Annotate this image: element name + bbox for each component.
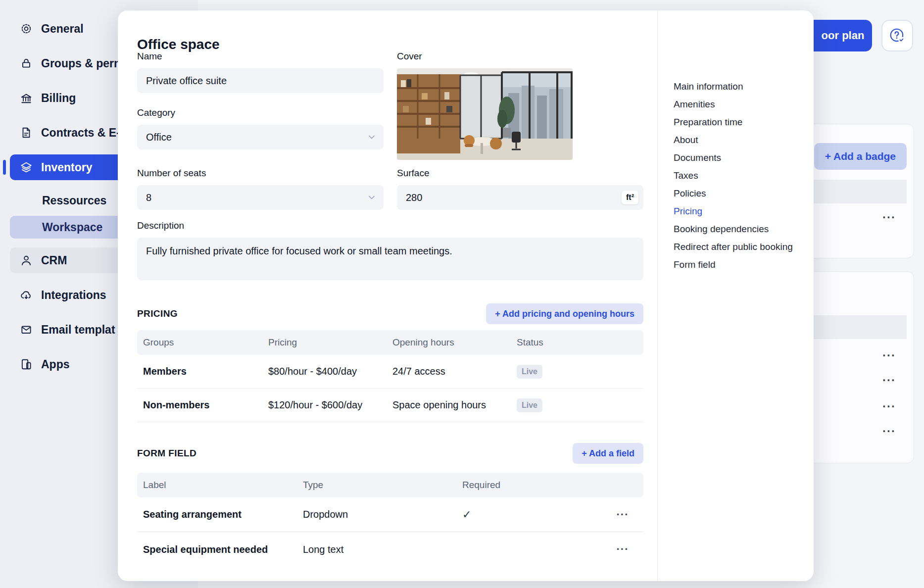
add-field-label: + Add a field xyxy=(582,448,634,458)
column-header-label: Label xyxy=(143,480,303,490)
add-badge-label: + Add a badge xyxy=(825,150,896,162)
sidebar-item-label: Workspace xyxy=(42,221,102,234)
bank-icon xyxy=(20,92,33,104)
surface-input[interactable] xyxy=(397,185,643,210)
nav-item-label: Redirect after public booking xyxy=(674,242,793,252)
layers-icon xyxy=(20,161,33,174)
more-options-icon[interactable]: ··· xyxy=(882,211,896,223)
nav-item-taxes[interactable]: Taxes xyxy=(658,167,814,185)
sidebar-item-label: Inventory xyxy=(41,161,93,174)
check-icon: ✓ xyxy=(462,508,608,521)
modal-section-nav: Main information Amenities Preparation t… xyxy=(657,10,814,581)
group-cell: Members xyxy=(143,366,268,377)
nav-item-amenities[interactable]: Amenities xyxy=(658,96,814,113)
cover-image[interactable] xyxy=(397,68,573,160)
floor-plan-button[interactable]: oor plan xyxy=(814,20,872,51)
sidebar-item-label: Contracts & E- xyxy=(41,126,120,140)
modal-title: Office space xyxy=(137,37,220,52)
form-field-row-seating[interactable]: Seating arrangement Dropdown ✓ ··· xyxy=(137,497,643,532)
description-textarea[interactable]: Fully furnished private office for focus… xyxy=(137,238,643,280)
field-type-cell: Long text xyxy=(303,544,462,555)
more-options-icon[interactable]: ··· xyxy=(882,374,896,386)
nav-item-label: Amenities xyxy=(674,99,715,110)
nav-item-label: Booking dependencies xyxy=(674,224,769,235)
pricing-section-header: PRICING + Add pricing and opening hours xyxy=(137,303,643,324)
contract-icon xyxy=(20,126,33,139)
name-field-group: Name xyxy=(137,51,384,93)
surface-unit-badge: ft² xyxy=(622,191,638,204)
seats-field-group: Number of seats 8 xyxy=(137,168,384,210)
add-badge-button[interactable]: + Add a badge xyxy=(814,143,907,170)
nav-item-label: Form field xyxy=(674,259,715,270)
nav-item-main-information[interactable]: Main information xyxy=(658,78,814,96)
status-badge: Live xyxy=(517,365,542,379)
surface-input-wrap: ft² xyxy=(397,185,643,210)
seats-value: 8 xyxy=(146,192,151,203)
field-label-cell: Seating arrangement xyxy=(143,509,303,520)
gear-icon xyxy=(20,22,33,35)
sidebar-item-label: Integrations xyxy=(41,289,106,302)
nav-item-form-field[interactable]: Form field xyxy=(658,256,814,274)
hours-cell: 24/7 access xyxy=(392,366,517,377)
more-options-icon[interactable]: ··· xyxy=(882,400,896,412)
sidebar-item-label: Email templat xyxy=(41,323,115,337)
category-select[interactable]: Office xyxy=(137,125,384,149)
category-field-group: Category Office xyxy=(137,107,384,149)
person-icon xyxy=(20,254,33,267)
name-input[interactable] xyxy=(137,68,384,93)
pricing-cell: $120/hour - $600/day xyxy=(268,399,392,411)
nav-item-label: Taxes xyxy=(674,170,698,181)
nav-item-booking-dependencies[interactable]: Booking dependencies xyxy=(658,220,814,238)
column-header-required: Required xyxy=(462,480,608,490)
nav-item-label: Main information xyxy=(674,81,743,92)
status-badge: Live xyxy=(517,398,542,412)
help-circle-icon xyxy=(889,27,906,44)
pricing-row-members[interactable]: Members $80/hour - $400/day 24/7 access … xyxy=(137,355,643,389)
column-header-groups: Groups xyxy=(143,337,268,348)
description-field-group: Description Fully furnished private offi… xyxy=(137,220,643,282)
name-label: Name xyxy=(137,51,384,62)
cloud-icon xyxy=(20,289,33,301)
more-options-icon[interactable]: ··· xyxy=(882,349,896,361)
form-field-row-equipment[interactable]: Special equipment needed Long text ··· xyxy=(137,532,643,567)
field-type-cell: Dropdown xyxy=(303,509,462,520)
column-header-type: Type xyxy=(303,480,462,490)
nav-item-redirect-after-public-booking[interactable]: Redirect after public booking xyxy=(658,238,814,256)
nav-item-label: About xyxy=(674,135,698,146)
sidebar-item-label: General xyxy=(41,22,84,36)
column-header-status: Status xyxy=(517,337,637,348)
form-field-section-header: FORM FIELD + Add a field xyxy=(137,443,643,464)
nav-item-pricing[interactable]: Pricing xyxy=(658,202,814,220)
description-label: Description xyxy=(137,220,643,231)
form-field-table-header: Label Type Required xyxy=(137,473,643,497)
add-pricing-button[interactable]: + Add pricing and opening hours xyxy=(486,303,643,324)
sidebar-item-label: Apps xyxy=(41,358,70,371)
chevron-down-icon xyxy=(367,132,377,142)
sidebar-item-label: Groups & perm xyxy=(41,57,124,70)
nav-item-label: Documents xyxy=(674,152,721,163)
office-space-modal: Office space Name Cover xyxy=(118,10,814,581)
more-options-icon[interactable]: ··· xyxy=(617,544,629,555)
pricing-table-header: Groups Pricing Opening hours Status xyxy=(137,330,643,355)
field-label-cell: Special equipment needed xyxy=(143,544,303,555)
nav-item-preparation-time[interactable]: Preparation time xyxy=(658,113,814,131)
nav-item-about[interactable]: About xyxy=(658,131,814,149)
help-button[interactable] xyxy=(881,20,913,51)
active-item-accent-bar xyxy=(3,160,6,175)
pricing-row-non-members[interactable]: Non-members $120/hour - $600/day Space o… xyxy=(137,389,643,422)
nav-item-label: Pricing xyxy=(674,206,702,217)
pricing-cell: $80/hour - $400/day xyxy=(268,366,392,377)
add-field-button[interactable]: + Add a field xyxy=(573,443,643,464)
more-options-icon[interactable]: ··· xyxy=(617,509,629,520)
nav-item-documents[interactable]: Documents xyxy=(658,149,814,167)
sidebar-item-label: Billing xyxy=(41,92,76,105)
cover-label: Cover xyxy=(397,51,573,62)
lock-icon xyxy=(20,57,33,70)
group-cell: Non-members xyxy=(143,399,268,411)
more-options-icon[interactable]: ··· xyxy=(882,425,896,437)
seats-select[interactable]: 8 xyxy=(137,185,384,210)
category-value: Office xyxy=(146,132,172,143)
form-field-heading: FORM FIELD xyxy=(137,448,196,459)
category-label: Category xyxy=(137,107,384,118)
nav-item-policies[interactable]: Policies xyxy=(658,185,814,202)
